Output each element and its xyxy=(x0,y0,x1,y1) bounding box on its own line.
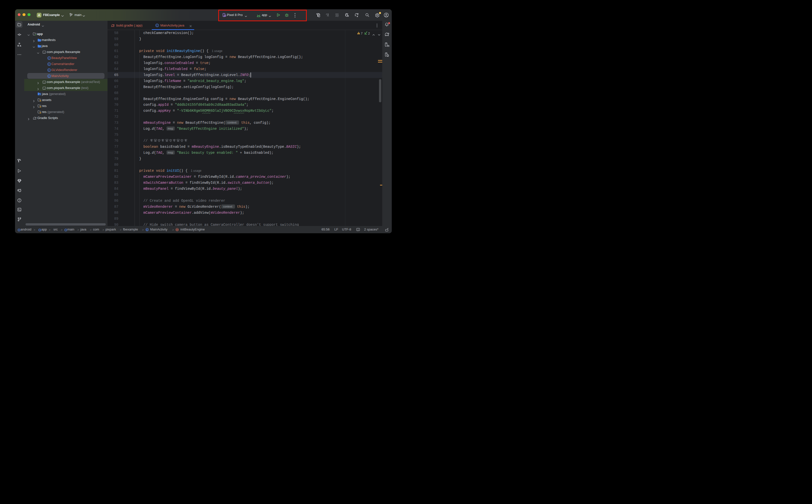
svg-text:C: C xyxy=(48,69,50,71)
svg-text:m: m xyxy=(176,229,178,231)
svg-text:C: C xyxy=(48,57,50,59)
svg-text:C: C xyxy=(156,24,158,27)
svg-text:C: C xyxy=(146,229,148,231)
svg-text:C: C xyxy=(48,75,50,77)
svg-text:C: C xyxy=(48,63,50,65)
